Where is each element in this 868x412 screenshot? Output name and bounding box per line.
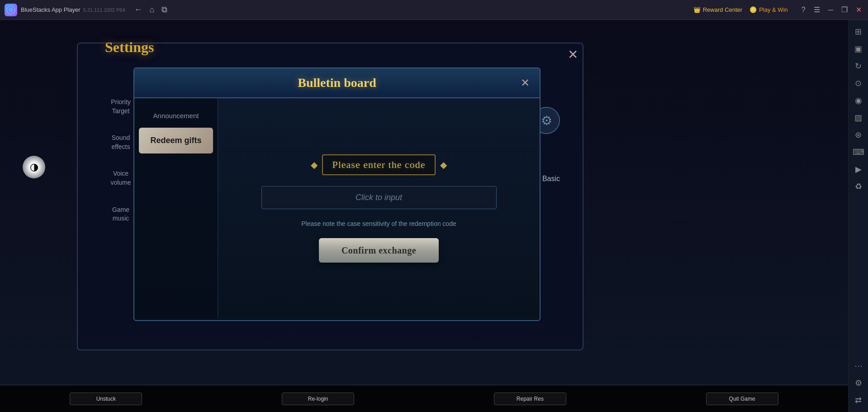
quit-game-button[interactable]: Quit Game xyxy=(706,393,778,405)
code-input-wrapper xyxy=(261,186,497,209)
bulletin-title: Bulletin board xyxy=(143,76,531,90)
unstuck-button[interactable]: Unstuck xyxy=(70,393,142,405)
macro-icon[interactable]: ▶ xyxy=(850,161,867,177)
titlebar-right: 👑 Reward Center 🪙 Play & Win ? ☰ ─ ❐ ✕ xyxy=(693,5,863,15)
tab-redeem-gifts[interactable]: Redeem gifts xyxy=(139,128,213,153)
menu-button[interactable]: ☰ xyxy=(812,5,822,15)
code-title-text: Please enter the code xyxy=(322,154,435,175)
eco-icon[interactable]: ♻ xyxy=(850,178,867,195)
settings-sidebar-icon[interactable]: ⚙ xyxy=(850,375,867,391)
settings-title: Settings xyxy=(105,39,154,56)
basic-label: Basic xyxy=(542,175,560,183)
right-sidebar: ⊞ ▣ ↻ ⊙ ◉ ▨ ⊛ ⌨ ▶ ♻ ⋯ ⚙ ⇄ xyxy=(848,20,868,412)
floating-icon: ◑ xyxy=(23,156,45,178)
gamepad-icon[interactable]: ⊛ xyxy=(850,127,867,143)
deco-right-icon: ◆ xyxy=(440,159,447,170)
rotate-icon[interactable]: ⇄ xyxy=(850,392,867,408)
home-button[interactable]: ⌂ xyxy=(150,5,155,14)
repair-res-button[interactable]: Repair Res xyxy=(494,393,566,405)
bottom-bar: Unstuck Re-login Repair Res Quit Game xyxy=(0,385,848,412)
back-button[interactable]: ← xyxy=(134,5,142,14)
code-note: Please note the case sensitivity of the … xyxy=(301,220,456,227)
bulletin-tabs: Announcement Redeem gifts xyxy=(134,98,218,318)
minimize-button[interactable]: ─ xyxy=(826,5,835,15)
confirm-exchange-button[interactable]: Confirm exchange xyxy=(319,238,439,263)
bookmark-button[interactable]: ⧉ xyxy=(161,5,167,14)
bulletin-body: Announcement Redeem gifts ◆ Please enter… xyxy=(134,98,540,318)
help-button[interactable]: ? xyxy=(800,5,807,15)
titlebar-nav: ← ⌂ ⧉ xyxy=(134,5,168,14)
settings-close-icon[interactable]: ✕ xyxy=(568,47,578,62)
tab-announcement[interactable]: Announcement xyxy=(139,107,213,124)
bulletin-header: Bulletin board ✕ xyxy=(134,68,540,98)
window-controls: ? ☰ ─ ❐ ✕ xyxy=(800,5,863,15)
titlebar: BlueStacks App Player 5.21.111.1002 P64 … xyxy=(0,0,868,20)
more-icon[interactable]: ⋯ xyxy=(850,358,867,374)
refresh-icon[interactable]: ↻ xyxy=(850,58,867,74)
crown-icon: 👑 xyxy=(693,6,701,13)
deco-left-icon: ◆ xyxy=(311,159,318,170)
coin-icon: 🪙 xyxy=(749,6,757,13)
screenshot-icon[interactable]: ▨ xyxy=(850,110,867,126)
layout-icon[interactable]: ⊞ xyxy=(850,24,867,40)
play-and-win[interactable]: 🪙 Play & Win xyxy=(749,6,788,13)
window-icon[interactable]: ▣ xyxy=(850,41,867,57)
keyboard-icon[interactable]: ⌨ xyxy=(850,144,867,160)
code-input[interactable] xyxy=(261,186,497,209)
reward-center[interactable]: 👑 Reward Center xyxy=(693,6,742,13)
camera-icon[interactable]: ⊙ xyxy=(850,75,867,91)
game-viewport: Settings ✕ 🧑 83 PriorityTarget Soundeffe… xyxy=(0,20,848,385)
relogin-button[interactable]: Re-login xyxy=(282,393,354,405)
bulletin-content: ◆ Please enter the code ◆ Please note th… xyxy=(218,98,540,318)
record-icon[interactable]: ◉ xyxy=(850,92,867,109)
app-logo xyxy=(5,4,17,16)
bulletin-close-button[interactable]: ✕ xyxy=(518,76,532,90)
close-button[interactable]: ✕ xyxy=(854,5,863,15)
restore-button[interactable]: ❐ xyxy=(840,5,849,15)
code-title-wrapper: ◆ Please enter the code ◆ xyxy=(311,154,446,175)
app-name: BlueStacks App Player xyxy=(21,6,81,13)
app-version: 5.21.111.1002 P64 xyxy=(83,7,125,13)
svg-point-1 xyxy=(9,8,13,12)
bulletin-modal: Bulletin board ✕ Announcement Redeem gif… xyxy=(133,67,541,321)
